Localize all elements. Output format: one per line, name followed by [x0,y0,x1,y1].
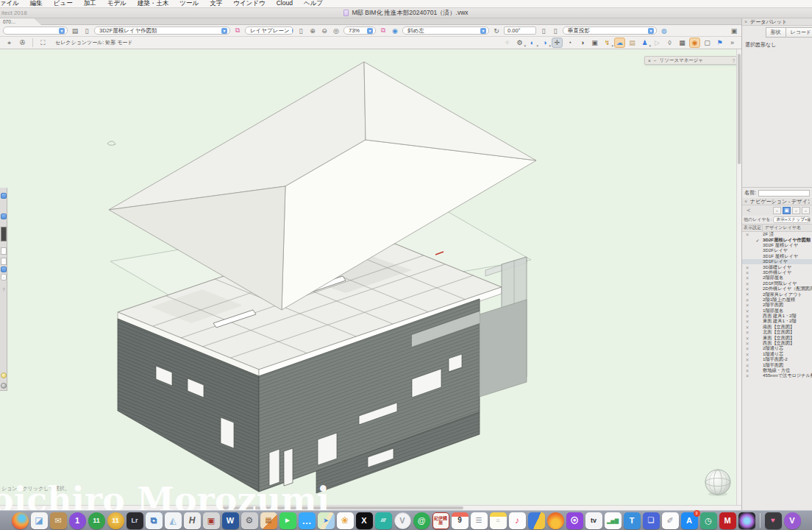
viewbar-more-button[interactable]: ▣ [730,26,738,35]
fill-style-button[interactable] [1,193,7,199]
clip-cube-icon[interactable]: ⧉ [379,26,388,35]
render-tool-17-icon[interactable]: ⚑ [714,38,725,48]
render-tool-12-icon[interactable]: ▷ [652,38,663,48]
magnifier-icon[interactable]: ◎ [332,26,341,35]
navigation-palette-header[interactable]: × ナビゲーション - デザインレイヤ [742,198,812,205]
appstore-icon[interactable]: A3 [681,512,698,529]
calendar-icon[interactable]: 9 [452,512,469,529]
pen-color-swatch[interactable] [1,247,7,255]
render-tool-6-icon[interactable]: ◑ [577,38,588,48]
preview-icon[interactable]: ◪ [31,512,48,529]
tab-shape[interactable]: 形状 [766,27,786,38]
line-weight-button[interactable] [1,266,7,272]
hidden-icon[interactable]: ✕ [742,336,752,341]
photos-icon[interactable]: ❀ [337,512,354,529]
gold-11-icon[interactable]: 11 [107,512,124,529]
hidden-icon[interactable]: ✕ [742,232,752,237]
hidden-icon[interactable]: ✕ [742,319,752,324]
render-mode-icon[interactable]: ◍ [660,26,669,35]
render-tool-3-icon[interactable]: ◑▾ [539,38,550,48]
data-palette-header[interactable]: × データパレット [742,18,812,26]
menu-item[interactable]: ヘルプ [304,0,323,8]
title-bar[interactable]: itect 2018 M邸 BIM化 推進本部20240701（済）.vwx [0,8,812,18]
render-tool-2-icon[interactable]: ◐▾ [527,38,538,48]
siri-icon[interactable] [738,512,755,529]
pen-style-button[interactable] [1,213,7,219]
rotation-angle-field[interactable]: 0.00° [504,26,536,35]
zoom-level-combo[interactable]: 73% ▾ [343,26,376,35]
opacity-combo[interactable]: - [1,274,7,280]
render-ball-icon[interactable] [1,372,7,378]
menu-item[interactable]: 建築・土木 [138,0,169,8]
notes-icon[interactable]: ≡ [490,512,507,529]
mcafee-icon[interactable]: M [719,512,736,529]
projection-combo[interactable]: 垂直投影 ▾ [563,26,657,35]
nav-mode-2-button[interactable]: ▫ [792,207,800,214]
shadow-ball-icon[interactable] [1,383,7,389]
hidden-icon[interactable]: ✕ [742,314,752,319]
hidden-icon[interactable]: ✕ [742,281,752,286]
close-icon[interactable]: × [648,58,651,63]
render-tool-13-icon[interactable]: ◊ [664,38,675,48]
layer-row[interactable]: ✕455mmで法モロジナル敷図 [742,373,812,378]
render-tool-16-icon[interactable]: ▢ [702,38,713,48]
menu-item[interactable]: 加工 [84,0,96,8]
hidden-icon[interactable]: ✕ [742,373,752,378]
horizontal-scrollbar[interactable] [0,505,741,510]
rotate-view-icon[interactable]: ↻ [492,26,501,35]
dark-pink-icon[interactable]: ♥ [765,512,782,529]
stack-icon[interactable]: ⧉ [146,512,163,529]
resource-manager-palette[interactable]: × − リソースマネージャ ? [644,56,738,65]
hidden-icon[interactable]: ✕ [742,297,752,303]
printer-icon[interactable]: ▣ [203,512,220,529]
layout-b-icon[interactable]: ▯ [551,26,560,35]
prism-icon[interactable]: ◭ [165,512,182,529]
marquee-mode-icon[interactable]: ⛶ [38,38,49,48]
green-11-icon[interactable]: 11 [88,512,105,529]
help-icon[interactable]: ? [732,58,735,63]
plane-combo[interactable]: レイヤプレーン ▾ [245,26,293,35]
hidden-icon[interactable]: ✕ [742,363,752,368]
lasso-tool-icon[interactable]: ✇ [17,38,28,48]
menu-item[interactable]: 文字 [210,0,222,8]
numbers-icon[interactable]: ▂▅▇ [605,512,622,529]
hidden-icon[interactable]: ✕ [742,330,752,335]
x-icon[interactable]: X [356,512,373,529]
menu-item[interactable]: モデル [107,0,127,8]
share-icon[interactable]: ≺ [744,207,752,214]
lightroom-icon[interactable]: Lr [127,512,143,529]
drawing-canvas[interactable]: × − リソースマネージャ ? - ? [0,49,741,510]
menu-item[interactable]: ツール [179,0,199,8]
reminders-icon[interactable]: ☰ [471,512,488,529]
nav-mode-0-button[interactable]: ▫ [773,207,781,214]
page-setup-icon[interactable]: ▯ [82,26,91,35]
green-swirl-icon[interactable]: @ [413,512,430,529]
layer-link-icon[interactable]: ⧉ [233,26,242,35]
settings-icon[interactable]: ⚙ [241,512,258,529]
planner-icon[interactable]: ▦ [260,512,277,529]
other-layers-combo[interactable]: 表示+スナップ+編集 ▾ [773,216,811,223]
hidden-icon[interactable]: ✕ [742,346,752,351]
view-orientation-combo[interactable]: 斜め左 ▾ [402,26,489,35]
shapes-icon[interactable]: ❏ [643,512,660,529]
appletv-icon[interactable]: tv [585,512,602,529]
hidden-icon[interactable]: ✕ [742,357,752,362]
hidden-icon[interactable]: ✕ [742,325,752,330]
firefox-icon[interactable] [12,512,29,529]
hidden-icon[interactable]: ✕ [742,352,752,357]
render-tool-14-icon[interactable]: ▦ [677,38,688,48]
menu-item[interactable]: ファイル [0,0,19,8]
nav-mode-3-button[interactable]: ▫ [802,207,810,214]
menu-item[interactable]: 編集 [30,0,43,8]
render-tool-0-icon[interactable]: ✧ [502,38,513,48]
hidden-icon[interactable]: ✕ [742,286,752,292]
visibility-eye-icon[interactable]: ◉ [391,26,399,35]
vectorworks-icon[interactable]: V [784,512,801,529]
close-icon[interactable]: × [744,19,747,24]
menu-item[interactable]: ウインドウ [233,0,266,8]
hidden-icon[interactable]: ✕ [742,368,752,373]
podcasts-icon[interactable]: ⦿ [566,512,583,529]
purple-1-icon[interactable]: 1 [69,512,86,529]
active-layer-combo[interactable]: 3D2F屋根レイヤ作図類 ▾ [94,26,230,35]
hidden-icon[interactable]: ✕ [742,341,752,346]
